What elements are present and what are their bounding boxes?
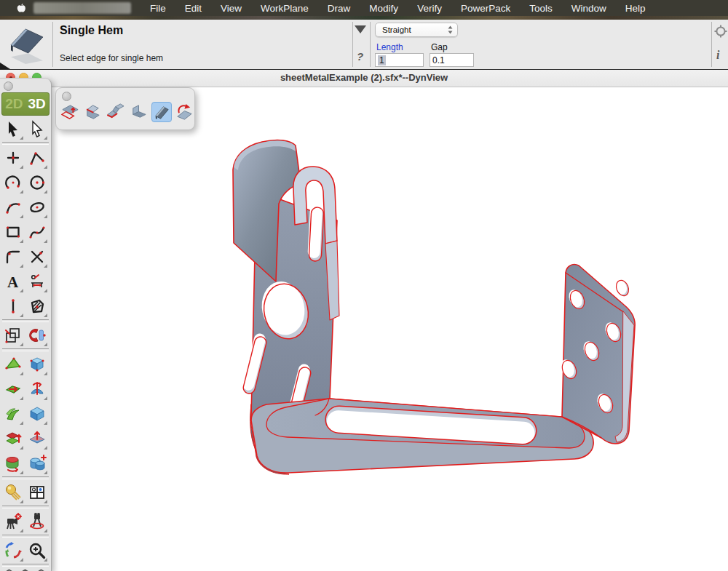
tool-single-hem[interactable] [151, 102, 172, 122]
divider [370, 22, 371, 67]
length-label[interactable]: Length [376, 42, 403, 52]
tool-camera[interactable] [1, 509, 25, 534]
collapse-panel-button[interactable] [355, 25, 368, 36]
tool-conic[interactable] [1, 195, 25, 220]
sheet-metal-model[interactable] [51, 87, 728, 571]
gap-field[interactable]: 0.1 [430, 53, 474, 67]
tool-move-face[interactable] [1, 377, 25, 402]
polyline-icon [28, 148, 47, 167]
tool-offset[interactable] [1, 323, 25, 348]
tool-loft[interactable] [25, 402, 49, 426]
menu-modify[interactable]: Modify [369, 3, 398, 14]
tool-circle[interactable] [25, 170, 49, 195]
tool-joggle[interactable] [106, 102, 125, 122]
desktop-wallpaper-strip [0, 16, 728, 20]
app-name-redacted[interactable] [33, 2, 131, 14]
rectangle-icon [4, 223, 23, 241]
snap-target-button[interactable] [713, 24, 728, 39]
menu-draw[interactable]: Draw [328, 3, 351, 14]
hatch-icon [28, 297, 47, 316]
divider [2, 506, 49, 508]
tool-cylinder-cut[interactable] [1, 451, 25, 476]
surface-offset-icon [4, 429, 23, 448]
tool-walkthrough[interactable] [25, 509, 49, 534]
menu-bar: File Edit View WorkPlane Draw Modify Ver… [0, 0, 728, 16]
tool-rotate-view[interactable] [1, 538, 25, 563]
info-button[interactable]: i [716, 49, 719, 62]
menu-edit[interactable]: Edit [185, 3, 202, 14]
tool-ellipse[interactable] [25, 195, 49, 220]
palette-close-button[interactable] [62, 92, 71, 101]
2d-label[interactable]: 2D [5, 96, 23, 112]
extrude-cube-icon [28, 355, 47, 374]
tool-options-panel: Single Hem Select edge for single hem ? … [0, 20, 728, 70]
select-outline-arrow-icon [28, 119, 47, 138]
tool-iso-view-3[interactable] [33, 567, 49, 571]
tool-unfold[interactable] [60, 102, 80, 122]
menu-workplane[interactable]: WorkPlane [261, 3, 309, 14]
tool-boolean-add[interactable] [25, 451, 49, 476]
tool-zoom[interactable] [25, 538, 49, 563]
tool-trim[interactable] [25, 244, 49, 269]
3d-label[interactable]: 3D [28, 96, 46, 112]
tool-hatch[interactable] [25, 294, 49, 319]
menu-help[interactable]: Help [625, 3, 646, 14]
tool-polyline[interactable] [25, 145, 49, 170]
tool-curl[interactable] [175, 102, 194, 122]
tool-line[interactable] [1, 294, 25, 319]
tool-fillet[interactable] [1, 244, 25, 269]
offset-copy-icon [4, 326, 23, 345]
sheet-metal-palette [55, 87, 195, 130]
tool-extrude[interactable] [25, 352, 49, 377]
tool-bend[interactable] [129, 102, 149, 122]
menu-view[interactable]: View [221, 3, 242, 14]
tool-iso-view-1[interactable] [1, 567, 17, 571]
divider [711, 22, 712, 67]
tool-point[interactable] [1, 145, 25, 170]
2d-3d-toggle[interactable]: 2D 3D [1, 92, 50, 116]
divider [52, 22, 53, 67]
help-button[interactable]: ? [357, 50, 363, 63]
ellipse-icon [28, 198, 47, 217]
menu-file[interactable]: File [150, 3, 166, 14]
tool-magnet-snap[interactable] [25, 323, 49, 348]
loft-cube-icon [28, 404, 47, 423]
tool-select[interactable] [1, 116, 25, 141]
tool-flange[interactable] [83, 102, 103, 122]
tool-revolve[interactable] [25, 377, 49, 402]
tool-render[interactable] [1, 480, 25, 505]
text-icon: A [4, 272, 23, 291]
flange-icon [84, 103, 103, 121]
tool-text[interactable]: A [1, 269, 25, 294]
tool-dimension[interactable] [25, 269, 49, 294]
tool-iso-view-2[interactable] [17, 567, 33, 571]
tool-plane[interactable] [1, 352, 25, 377]
tool-prompt: Select edge for single hem [60, 53, 163, 63]
tool-spline[interactable] [25, 220, 49, 244]
tool-title: Single Hem [60, 24, 123, 37]
tool-thicken[interactable] [25, 426, 49, 451]
menu-powerpack[interactable]: PowerPack [461, 3, 510, 14]
palette-close-button[interactable] [4, 81, 13, 91]
menu-tools[interactable]: Tools [529, 3, 553, 14]
tool-arc[interactable] [1, 170, 25, 195]
select-chevrons-icon [448, 25, 453, 34]
tool-sweep[interactable] [1, 402, 25, 426]
tool-surface-offset[interactable] [1, 426, 25, 451]
wire-cube-icon [33, 568, 49, 571]
menu-window[interactable]: Window [571, 3, 606, 14]
hem-type-select[interactable]: Straight [375, 23, 458, 37]
divider [352, 22, 353, 67]
boolean-add-icon [28, 454, 47, 473]
length-field[interactable]: 1 [375, 53, 424, 67]
menu-verify[interactable]: Verify [417, 3, 442, 14]
tool-viewport-layout[interactable] [25, 480, 49, 505]
gap-value: 0.1 [432, 55, 445, 65]
tool-select-deep[interactable] [25, 116, 49, 141]
tool-rectangle[interactable] [1, 220, 25, 244]
trim-icon [28, 247, 47, 266]
apple-menu[interactable] [16, 2, 28, 14]
line-icon [4, 297, 23, 316]
move-face-icon [4, 380, 23, 399]
thicken-icon [28, 429, 47, 448]
